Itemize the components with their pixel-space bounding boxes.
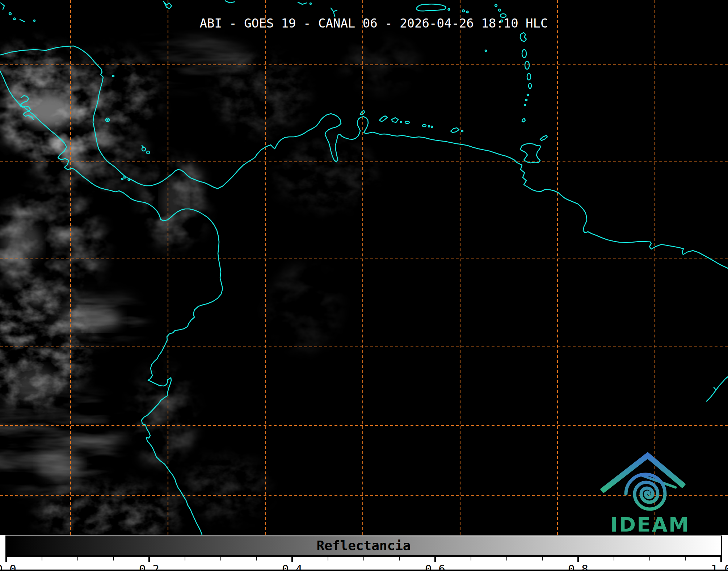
colorbar-major-tick (720, 557, 722, 562)
satellite-product-figure: IDEAM ABI - GOES 19 - CANAL 06 - 2026-04… (0, 0, 728, 571)
colorbar-minor-tick (220, 557, 221, 560)
colorbar-minor-tick (506, 557, 507, 560)
colorbar-minor-tick (42, 557, 42, 560)
cloud-patch (181, 456, 268, 521)
colorbar-minor-tick (328, 557, 328, 560)
colorbar-minor-tick (471, 557, 471, 560)
cloud-patch (268, 264, 340, 351)
island-grenada (522, 118, 525, 122)
island-tobago (540, 135, 547, 140)
cloud-patch (141, 156, 206, 250)
colorbar-minor-tick (113, 557, 114, 560)
cloud-patch (130, 366, 195, 467)
colorbar-minor-tick (685, 557, 686, 560)
cloud-patch (29, 119, 145, 192)
colorbar-minor-tick (185, 557, 185, 560)
colorbar-gradient: Reflectancia (5, 536, 722, 557)
product-title: ABI - GOES 19 - CANAL 06 - 2026-04-26 18… (10, 16, 728, 30)
cloud-patch (214, 54, 308, 134)
satellite-map-canvas: IDEAM ABI - GOES 19 - CANAL 06 - 2026-04… (0, 0, 728, 535)
colorbar-major-tick (148, 557, 150, 562)
colorbar-major-tick (577, 557, 579, 562)
cloud-patch (275, 138, 376, 210)
logo-wordmark: IDEAM (610, 513, 690, 535)
logo-spiral-icon (626, 474, 665, 509)
colorbar-major-tick (434, 557, 436, 562)
figure-bottom-border (0, 570, 728, 571)
map-overlay: IDEAM (0, 0, 728, 535)
colorbar-label: Reflectancia (6, 536, 721, 555)
colorbar-minor-tick (649, 557, 650, 560)
colorbar-minor-tick (614, 557, 614, 560)
colorbar-minor-tick (542, 557, 543, 560)
islands-venezuela-offshore (360, 110, 463, 133)
colorbar-minor-tick (363, 557, 364, 560)
colorbar-area: Reflectancia 0.00.20.40.60.81.0 (0, 535, 728, 571)
colorbar-minor-tick (399, 557, 400, 560)
colorbar-minor-tick (77, 557, 78, 560)
island-trinidad (520, 143, 541, 163)
colorbar-major-tick (291, 557, 293, 562)
cloud-layer (0, 36, 420, 535)
cloud-patch (51, 293, 145, 344)
coastline-amazon-right-edge (707, 377, 728, 401)
island-puerto-rico (416, 4, 446, 11)
colorbar-minor-tick (256, 557, 257, 560)
colorbar-major-tick (5, 557, 7, 562)
